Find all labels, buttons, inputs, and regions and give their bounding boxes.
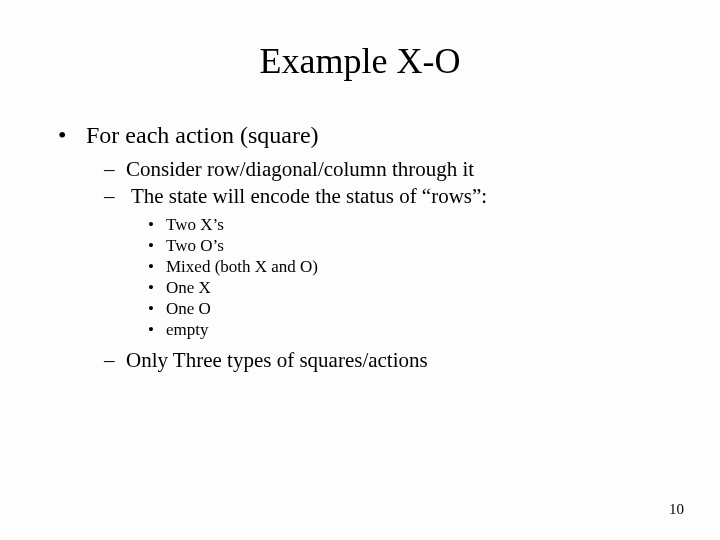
slide: Example X-O For each action (square) Con… <box>0 0 720 540</box>
state-item-4: One X <box>148 278 670 298</box>
sub-bullet-b: The state will encode the status of “row… <box>104 184 670 340</box>
state-item-2: Two O’s <box>148 236 670 256</box>
bullet-list-level3: Two X’s Two O’s Mixed (both X and O) One… <box>148 215 670 340</box>
page-number: 10 <box>669 501 684 518</box>
sub-bullet-a: Consider row/diagonal/column through it <box>104 157 670 182</box>
state-item-3: Mixed (both X and O) <box>148 257 670 277</box>
bullet-main: For each action (square) Consider row/di… <box>60 122 670 373</box>
sub-bullet-b-text: The state will encode the status of “row… <box>131 184 487 208</box>
slide-title: Example X-O <box>50 40 670 82</box>
bullet-list-level1: For each action (square) Consider row/di… <box>60 122 670 373</box>
sub-bullet-c: Only Three types of squares/actions <box>104 348 670 373</box>
bullet-main-text: For each action (square) <box>86 122 319 148</box>
state-item-1: Two X’s <box>148 215 670 235</box>
state-item-6: empty <box>148 320 670 340</box>
bullet-list-level2: Consider row/diagonal/column through it … <box>104 157 670 373</box>
state-item-5: One O <box>148 299 670 319</box>
